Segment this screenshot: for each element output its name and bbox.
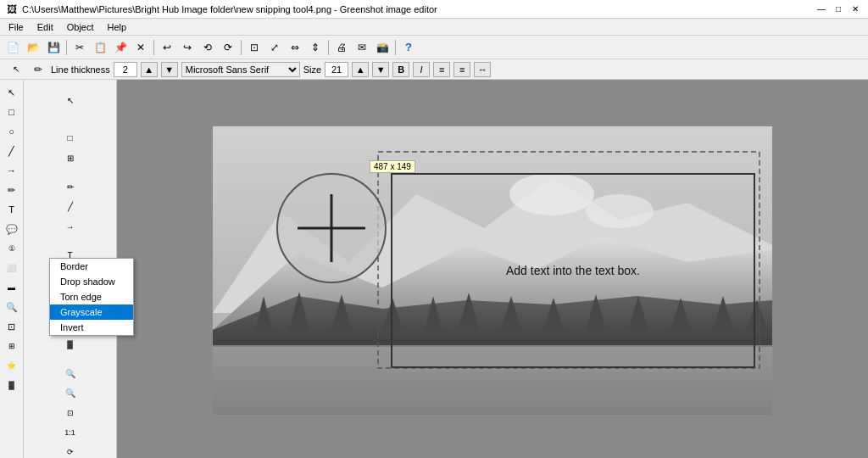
italic-button[interactable]: I (413, 62, 430, 77)
format-toolbar: ↖ ✏ Line thickness ▲ ▼ Microsoft Sans Se… (0, 59, 868, 80)
ctx-torn-edge[interactable]: Torn edge (50, 289, 133, 304)
maximize-button[interactable]: □ (832, 3, 844, 15)
align-left-button[interactable]: ≡ (433, 62, 450, 77)
ctx-border[interactable]: Border (50, 259, 133, 274)
copy-st-btn[interactable]: ⊞ (61, 148, 80, 166)
font-select[interactable]: Microsoft Sans Serif (181, 62, 300, 77)
rotate-st-btn[interactable]: ⟳ (61, 444, 80, 458)
obfuscate-st-btn[interactable]: ▓ (61, 335, 80, 353)
context-menu: Border Drop shadow Torn edge Grayscale I… (49, 258, 134, 336)
toolbar-separator-4 (328, 40, 329, 55)
menu-help[interactable]: Help (103, 20, 132, 34)
toolbar-separator-1 (66, 40, 67, 55)
crosshair-circle (276, 173, 387, 283)
obfuscate-tool[interactable]: ▓ (3, 376, 21, 394)
line-thickness-input[interactable] (114, 62, 137, 77)
cut-button[interactable]: ✂ (70, 38, 89, 57)
canvas-area[interactable]: 487 x 149 Add text into the text box. (117, 80, 868, 458)
window-title: C:\Users\Matthew\Pictures\Bright Hub Ima… (22, 4, 437, 14)
minimize-button[interactable]: — (815, 3, 827, 15)
delete-button[interactable]: ✕ (131, 38, 150, 57)
new-button[interactable]: 📄 (3, 38, 22, 57)
ctx-invert[interactable]: Invert (50, 320, 133, 335)
rotate-left-button[interactable]: ⟲ (198, 38, 217, 57)
flip-h-button[interactable]: ⇔ (286, 38, 304, 57)
size-tooltip: 487 x 149 (370, 160, 415, 173)
rotate-right-button[interactable]: ⟳ (219, 38, 237, 57)
image-canvas: 487 x 149 Add text into the text box. (213, 126, 772, 415)
speech-tool[interactable]: 💬 (3, 220, 21, 238)
highlight-tool[interactable]: ▬ (3, 278, 21, 297)
text-tool[interactable]: T (3, 200, 21, 219)
font-size-input[interactable] (325, 62, 348, 77)
text-box-content: Add text into the text box. (506, 264, 640, 277)
crop-tool[interactable]: ⊡ (3, 317, 21, 336)
fit-st-btn[interactable]: ⊡ (61, 405, 80, 422)
arrow-style-button[interactable]: ↔ (474, 62, 491, 77)
font-size-up[interactable]: ▲ (352, 62, 369, 77)
paste-button[interactable]: 📌 (111, 38, 130, 57)
text-box[interactable]: Add text into the text box. (391, 173, 755, 368)
ctx-grayscale[interactable]: Grayscale (50, 304, 133, 320)
print-button[interactable]: 🖨 (332, 38, 351, 57)
line-thickness-up[interactable]: ▲ (141, 62, 158, 77)
select-tool[interactable]: ↖ (3, 83, 21, 102)
title-bar-controls: — □ ✕ (815, 3, 861, 15)
title-bar-left: 🖼 C:\Users\Matthew\Pictures\Bright Hub I… (7, 3, 437, 15)
line-thickness-label: Line thickness (51, 64, 110, 75)
bold-button[interactable]: B (392, 62, 409, 77)
ctx-drop-shadow[interactable]: Drop shadow (50, 274, 133, 289)
save-button[interactable]: 💾 (44, 38, 63, 57)
rect-st-btn[interactable]: □ (61, 129, 80, 147)
crosshair-inner (298, 194, 365, 262)
help-button[interactable]: ? (399, 38, 418, 57)
font-size-down[interactable]: ▼ (372, 62, 389, 77)
zoom-out-st-btn[interactable]: 🔍 (61, 365, 80, 383)
zoom-in-st-btn[interactable]: 🔍 (61, 384, 80, 402)
left-toolbar: ↖ □ ○ ╱ → ✏ T 💬 ① ⬜ ▬ 🔍 ⊡ ⊞ ⭐ ▓ (0, 80, 24, 458)
open-button[interactable]: 📂 (24, 38, 42, 57)
resize-button[interactable]: ⤢ (265, 38, 284, 57)
select-st-btn[interactable]: ↖ (61, 92, 80, 109)
arrow-st-btn[interactable]: → (61, 218, 80, 236)
line-tool[interactable]: ╱ (3, 142, 21, 160)
counter-tool[interactable]: ① (3, 239, 21, 258)
toolbar-separator-2 (153, 40, 154, 55)
app-icon: 🖼 (7, 3, 17, 15)
crosshair-vertical (331, 194, 333, 262)
content-area: ↖ □ ⊞ ✏ ╱ → T 💬 ⬜ ▬ ▓ 🔍 🔍 ⊡ 1:1 ⟳ Border (24, 80, 868, 458)
toolbar-separator-3 (241, 40, 242, 55)
main-toolbar: 📄 📂 💾 ✂ 📋 📌 ✕ ↩ ↪ ⟲ ⟳ ⊡ ⤢ ⇔ ⇕ 🖨 ✉ 📸 ? (0, 36, 868, 59)
redo-button[interactable]: ↪ (178, 38, 197, 57)
menu-object[interactable]: Object (62, 20, 99, 34)
copy-button[interactable]: 📋 (91, 38, 109, 57)
size-label: Size (303, 64, 321, 75)
undo-button[interactable]: ↩ (158, 38, 176, 57)
align-center-button[interactable]: ≡ (453, 62, 470, 77)
pencil-tool-btn[interactable]: ✏ (29, 60, 47, 79)
ellipse-tool[interactable]: ○ (3, 122, 21, 141)
crop-button[interactable]: ⊡ (245, 38, 264, 57)
toolbar-separator-5 (395, 40, 396, 55)
stamp-tool[interactable]: ⭐ (3, 356, 21, 375)
actual-size-st-btn[interactable]: 1:1 (61, 424, 80, 442)
blur-tool[interactable]: ⬜ (3, 259, 21, 277)
screenshot-button[interactable]: 📸 (373, 38, 392, 57)
pixel-tool[interactable]: ⊞ (3, 337, 21, 355)
pencil-st-btn[interactable]: ✏ (61, 178, 80, 196)
line-thickness-down[interactable]: ▼ (161, 62, 178, 77)
rect-tool[interactable]: □ (3, 103, 21, 121)
magnify-tool[interactable]: 🔍 (3, 298, 21, 316)
flip-v-button[interactable]: ⇕ (306, 38, 325, 57)
arrow-tool-btn[interactable]: ↖ (7, 60, 25, 79)
arrow-tool[interactable]: → (3, 161, 21, 180)
title-bar: 🖼 C:\Users\Matthew\Pictures\Bright Hub I… (0, 0, 868, 19)
menu-bar: File Edit Object Help (0, 19, 868, 36)
menu-file[interactable]: File (3, 20, 29, 34)
second-toolbar: ↖ □ ⊞ ✏ ╱ → T 💬 ⬜ ▬ ▓ 🔍 🔍 ⊡ 1:1 ⟳ Border (24, 80, 117, 458)
email-button[interactable]: ✉ (353, 38, 371, 57)
line-st-btn[interactable]: ╱ (61, 198, 80, 215)
close-button[interactable]: ✕ (849, 3, 861, 15)
freehand-tool[interactable]: ✏ (3, 181, 21, 199)
menu-edit[interactable]: Edit (32, 20, 58, 34)
